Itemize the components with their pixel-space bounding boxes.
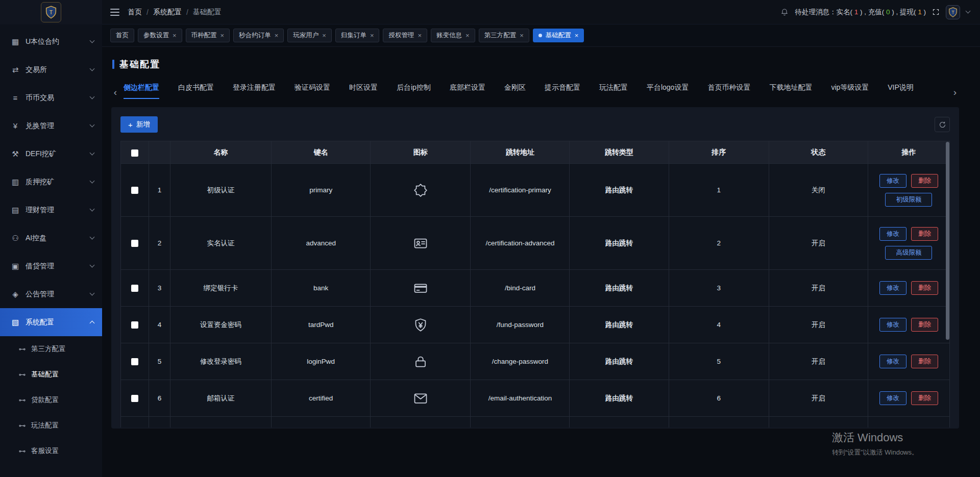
edit-button[interactable]: 修改 bbox=[879, 391, 906, 405]
delete-button[interactable]: 删除 bbox=[911, 174, 938, 188]
config-tab-7[interactable]: 金刚区 bbox=[504, 83, 526, 99]
sidebar-item-1[interactable]: ⇄交易所 bbox=[0, 56, 102, 84]
app-root: T ▦U本位合约⇄交易所≡币币交易¥兑换管理⚒DEFI挖矿▥质押挖矿▤理财管理⚇… bbox=[0, 0, 980, 477]
sidebar-item-5[interactable]: ▥质押挖矿 bbox=[0, 168, 102, 196]
sidebar-item-3[interactable]: ¥兑换管理 bbox=[0, 112, 102, 140]
cell-url: /email-authentication bbox=[471, 380, 570, 417]
close-tab-icon[interactable]: × bbox=[575, 32, 579, 39]
edit-button[interactable]: 修改 bbox=[879, 227, 906, 241]
edit-button[interactable]: 修改 bbox=[879, 318, 906, 332]
chevron-down-icon[interactable] bbox=[966, 9, 971, 14]
delete-button[interactable]: 删除 bbox=[911, 281, 938, 295]
config-tab-11[interactable]: 首页币种设置 bbox=[707, 83, 750, 99]
breadcrumb-item-1[interactable]: 系统配置 bbox=[153, 8, 182, 17]
config-tab-12[interactable]: 下载地址配置 bbox=[769, 83, 812, 99]
config-tab-14[interactable]: VIP说明 bbox=[888, 83, 914, 99]
window-tab-0[interactable]: 首页 bbox=[110, 29, 134, 42]
cell-index: 2 bbox=[149, 217, 170, 270]
close-tab-icon[interactable]: × bbox=[220, 32, 225, 39]
select-all-checkbox[interactable] bbox=[131, 149, 138, 157]
window-tab-3[interactable]: 秒合约订单× bbox=[233, 29, 284, 42]
close-tab-icon[interactable]: × bbox=[173, 32, 177, 39]
config-tab-9[interactable]: 玩法配置 bbox=[599, 83, 628, 99]
delete-button[interactable]: 删除 bbox=[911, 227, 938, 241]
config-tab-1[interactable]: 白皮书配置 bbox=[178, 83, 214, 99]
delete-button[interactable]: 删除 bbox=[911, 318, 938, 332]
limit-button[interactable]: 高级限额 bbox=[885, 246, 932, 260]
app-logo[interactable]: T bbox=[41, 2, 61, 22]
sidebar-item-10[interactable]: ▧系统配置 bbox=[0, 308, 102, 336]
refresh-button[interactable] bbox=[935, 117, 950, 132]
avatar[interactable]: T bbox=[946, 5, 960, 19]
submenu-item-2[interactable]: 贷款配置 bbox=[0, 387, 102, 413]
edit-button[interactable]: 修改 bbox=[879, 355, 906, 368]
config-tab-10[interactable]: 平台logo设置 bbox=[647, 83, 689, 99]
breadcrumb-item-2[interactable]: 基础配置 bbox=[193, 8, 222, 17]
close-tab-icon[interactable]: × bbox=[418, 32, 422, 39]
row-checkbox[interactable] bbox=[131, 240, 138, 247]
table-row-7: 7路由跳转7开启修改删除 bbox=[121, 417, 950, 428]
window-tab-8[interactable]: 第三方配置× bbox=[479, 29, 529, 42]
breadcrumb-separator: / bbox=[186, 8, 188, 16]
collapse-sidebar-icon[interactable] bbox=[110, 9, 119, 16]
title-accent-bar bbox=[112, 60, 114, 69]
active-tab-dot bbox=[538, 34, 542, 37]
window-tab-1[interactable]: 参数设置× bbox=[138, 29, 182, 42]
row-checkbox[interactable] bbox=[131, 187, 138, 194]
sidebar-item-7[interactable]: ⚇AI控盘 bbox=[0, 224, 102, 252]
row-checkbox[interactable] bbox=[131, 358, 138, 365]
close-tab-icon[interactable]: × bbox=[465, 32, 470, 39]
config-tab-0[interactable]: 侧边栏配置 bbox=[124, 83, 159, 99]
config-tab-4[interactable]: 时区设置 bbox=[349, 83, 378, 99]
window-tab-4[interactable]: 玩家用户× bbox=[287, 29, 332, 42]
sidebar-item-9[interactable]: ◈公告管理 bbox=[0, 280, 102, 308]
window-tab-label: 玩家用户 bbox=[293, 31, 318, 40]
row-checkbox[interactable] bbox=[131, 285, 138, 292]
row-checkbox[interactable] bbox=[131, 321, 138, 329]
tabs-scroll-left-icon[interactable]: ‹ bbox=[111, 86, 119, 99]
close-tab-icon[interactable]: × bbox=[520, 32, 524, 39]
config-tab-13[interactable]: vip等级设置 bbox=[831, 83, 869, 99]
tabs-scroll-right-icon[interactable]: › bbox=[951, 86, 959, 99]
config-tab-8[interactable]: 提示音配置 bbox=[545, 83, 580, 99]
edit-button[interactable]: 修改 bbox=[879, 281, 906, 295]
lock-icon bbox=[413, 357, 428, 365]
fullscreen-icon[interactable] bbox=[932, 8, 940, 16]
config-tab-5[interactable]: 后台ip控制 bbox=[397, 83, 431, 99]
window-tab-9[interactable]: 基础配置× bbox=[533, 29, 584, 42]
sidebar-item-label: 交易所 bbox=[26, 65, 85, 74]
close-tab-icon[interactable]: × bbox=[370, 32, 374, 39]
close-tab-icon[interactable]: × bbox=[275, 32, 279, 39]
sidebar-item-6[interactable]: ▤理财管理 bbox=[0, 196, 102, 224]
sidebar-item-4[interactable]: ⚒DEFI挖矿 bbox=[0, 140, 102, 168]
window-tab-2[interactable]: 币种配置× bbox=[186, 29, 230, 42]
edit-button[interactable]: 修改 bbox=[879, 174, 906, 188]
submenu-item-0[interactable]: 第三方配置 bbox=[0, 336, 102, 362]
cell-jump-type: 路由跳转 bbox=[570, 164, 669, 217]
config-tab-3[interactable]: 验证码设置 bbox=[295, 83, 330, 99]
breadcrumb-item-0[interactable]: 首页 bbox=[128, 8, 142, 17]
config-tabs-row: ‹ 侧边栏配置白皮书配置登录注册配置验证码设置时区设置后台ip控制底部栏设置金刚… bbox=[111, 83, 959, 99]
window-tab-6[interactable]: 授权管理× bbox=[383, 29, 427, 42]
delete-button[interactable]: 删除 bbox=[911, 355, 938, 368]
submenu-item-1[interactable]: 基础配置 bbox=[0, 362, 102, 387]
cell-jump-type: 路由跳转 bbox=[570, 217, 669, 270]
sidebar-item-0[interactable]: ▦U本位合约 bbox=[0, 28, 102, 56]
add-button[interactable]: + 新增 bbox=[120, 116, 158, 133]
sidebar-item-label: DEFI挖矿 bbox=[26, 149, 85, 159]
scrollbar-thumb[interactable] bbox=[946, 142, 949, 340]
sidebar-item-2[interactable]: ≡币币交易 bbox=[0, 84, 102, 112]
config-tab-6[interactable]: 底部栏设置 bbox=[450, 83, 485, 99]
window-tab-7[interactable]: 账变信息× bbox=[431, 29, 475, 42]
config-tab-2[interactable]: 登录注册配置 bbox=[233, 83, 276, 99]
submenu-item-4[interactable]: 客服设置 bbox=[0, 438, 102, 464]
window-tab-5[interactable]: 归集订单× bbox=[335, 29, 380, 42]
notification-bell-icon[interactable] bbox=[780, 8, 789, 16]
delete-button[interactable]: 删除 bbox=[911, 391, 938, 405]
close-tab-icon[interactable]: × bbox=[322, 32, 326, 39]
pending-messages: 待处理消息：实名( 1 ) , 充值( 0 ) , 提现( 1 ) bbox=[795, 8, 926, 17]
row-checkbox[interactable] bbox=[131, 395, 138, 402]
sidebar-item-8[interactable]: ▣借贷管理 bbox=[0, 252, 102, 280]
submenu-item-3[interactable]: 玩法配置 bbox=[0, 413, 102, 438]
limit-button[interactable]: 初级限额 bbox=[885, 193, 932, 207]
